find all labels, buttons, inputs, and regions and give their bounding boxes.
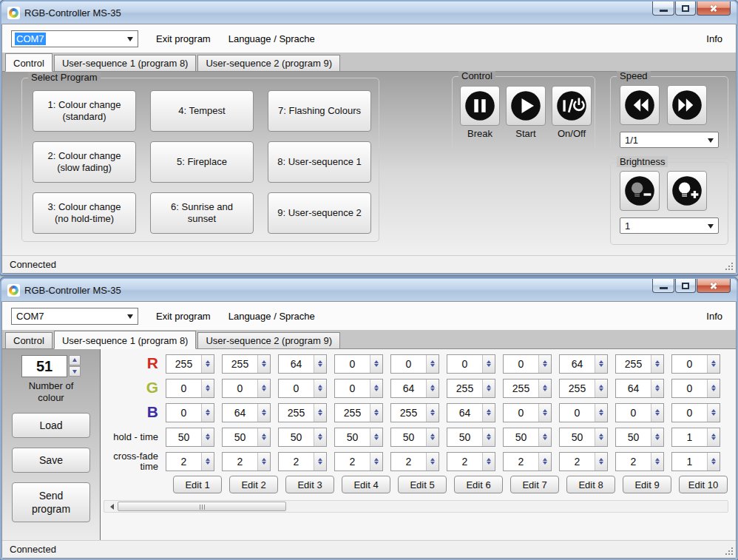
spinner-arrows[interactable] [707,453,720,470]
spinner-value[interactable]: 2 [504,453,538,470]
break-button[interactable] [460,86,500,126]
titlebar[interactable]: RGB-Controller MS-35 [1,1,737,24]
com-port-select[interactable]: COM7 [11,308,138,325]
spinner-value[interactable]: 0 [672,355,707,373]
spinner-value[interactable]: 0 [672,379,707,397]
red-value-spinner[interactable]: 0 [671,354,720,374]
spinner-arrows[interactable] [201,404,214,422]
save-button[interactable]: Save [12,448,90,473]
spinner-arrows[interactable] [482,428,495,446]
cross-fade-spinner[interactable]: 1 [671,452,720,471]
spinner-arrows[interactable] [651,404,663,422]
speed-select[interactable]: 1/1 [620,132,719,148]
spinner-value[interactable]: 255 [335,404,370,422]
spinner-value[interactable]: 2 [335,453,370,470]
blue-value-spinner[interactable]: 64 [222,403,271,422]
menu-language[interactable]: Language / Sprache [228,311,315,322]
blue-value-spinner[interactable]: 0 [615,403,664,422]
program-button[interactable]: 7: Flashing Colours [268,90,371,132]
resize-grip[interactable] [725,547,734,556]
spinner-arrows[interactable] [538,453,551,470]
cross-fade-spinner[interactable]: 2 [559,452,608,471]
edit-button[interactable]: Edit 8 [566,476,615,493]
spinner-value[interactable]: 64 [391,379,426,397]
resize-grip[interactable] [725,262,734,271]
speed-up-button[interactable] [667,85,707,125]
blue-value-spinner[interactable]: 0 [671,403,720,422]
green-value-spinner[interactable]: 64 [390,379,439,398]
spinner-arrows[interactable] [426,428,439,446]
hold-time-spinner[interactable]: 50 [334,428,383,447]
tab-user-sequence-1[interactable]: User-sequence 1 (program 8) [54,331,197,349]
spinner-arrows[interactable] [707,355,720,373]
green-value-spinner[interactable]: 255 [559,379,608,398]
spinner-value[interactable]: 0 [279,379,314,397]
spinner-arrows[interactable] [201,355,214,373]
hold-time-spinner[interactable]: 50 [390,428,439,447]
edit-button[interactable]: Edit 5 [398,476,447,493]
spinner-arrows[interactable] [595,453,607,470]
spinner-arrows[interactable] [257,404,270,422]
speed-down-button[interactable] [620,85,660,125]
hold-time-spinner[interactable]: 50 [166,428,214,447]
green-value-spinner[interactable]: 0 [278,379,327,398]
red-value-spinner[interactable]: 0 [334,354,383,374]
brightness-down-button[interactable] [620,171,660,211]
spinner-arrows[interactable] [538,428,551,446]
spinner-arrows[interactable] [707,379,720,397]
spinner-value[interactable]: 0 [335,355,370,373]
spinner-arrows[interactable] [257,428,270,446]
spinner-arrows[interactable] [426,404,439,422]
spinner-value[interactable]: 0 [447,355,482,373]
spinner-value[interactable]: 255 [166,355,201,373]
colour-count-value[interactable]: 51 [21,355,67,377]
blue-value-spinner[interactable]: 255 [278,403,327,422]
spinner-value[interactable]: 50 [447,428,482,446]
scrollbar-thumb[interactable] [118,502,286,511]
spinner-value[interactable]: 255 [504,379,538,397]
cross-fade-spinner[interactable]: 2 [166,452,214,471]
spinner-value[interactable]: 50 [391,428,426,446]
titlebar[interactable]: RGB-Controller MS-35 [1,279,737,301]
tab-user-sequence-1[interactable]: User-sequence 1 (program 8) [54,55,197,71]
spinner-value[interactable]: 50 [504,428,538,446]
spinner-value[interactable]: 0 [504,404,538,422]
blue-value-spinner[interactable]: 255 [390,403,439,422]
spinner-value[interactable]: 50 [616,428,651,446]
spinner-arrows[interactable] [651,355,663,373]
colour-count-spinner[interactable]: 51 [21,355,81,377]
blue-value-spinner[interactable]: 0 [166,403,214,422]
blue-value-spinner[interactable]: 0 [559,403,608,422]
spinner-value[interactable]: 0 [672,404,707,422]
spinner-arrows[interactable] [314,379,326,397]
spinner-arrows[interactable] [595,355,607,373]
spinner-value[interactable]: 64 [616,379,651,397]
spin-down-button[interactable] [69,366,81,377]
edit-button[interactable]: Edit 9 [623,476,671,493]
onoff-button[interactable] [552,86,592,126]
spinner-arrows[interactable] [257,453,270,470]
spinner-arrows[interactable] [482,379,495,397]
spinner-arrows[interactable] [482,355,495,373]
green-value-spinner[interactable]: 64 [615,379,664,398]
spinner-value[interactable]: 2 [391,453,426,470]
brightness-up-button[interactable] [667,171,707,211]
menu-info[interactable]: Info [706,311,722,322]
spinner-value[interactable]: 1 [672,453,707,470]
program-button[interactable]: 5: Fireplace [150,141,254,183]
program-button[interactable]: 8: User-sequence 1 [268,141,371,183]
hold-time-spinner[interactable]: 50 [503,428,552,447]
cross-fade-spinner[interactable]: 2 [334,452,383,471]
red-value-spinner[interactable]: 0 [390,354,439,374]
spinner-arrows[interactable] [482,404,495,422]
cross-fade-spinner[interactable]: 2 [447,452,495,471]
spinner-value[interactable]: 2 [616,453,651,470]
spinner-value[interactable]: 0 [616,404,651,422]
red-value-spinner[interactable]: 0 [503,354,552,374]
spinner-arrows[interactable] [538,404,551,422]
spinner-value[interactable]: 255 [391,404,426,422]
start-button[interactable] [506,86,546,126]
menu-exit-program[interactable]: Exit program [156,33,211,44]
spinner-value[interactable]: 255 [560,379,595,397]
hold-time-spinner[interactable]: 50 [447,428,495,447]
